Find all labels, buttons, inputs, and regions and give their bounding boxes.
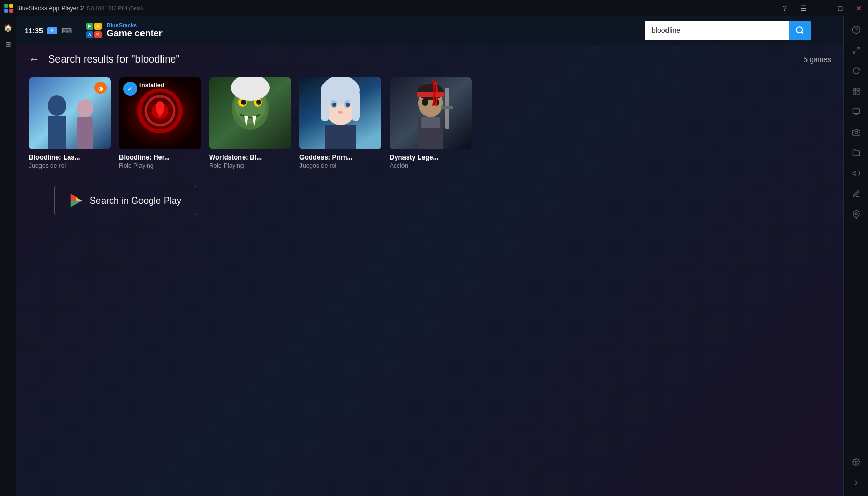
status-indicator-a: A: [47, 27, 57, 34]
svg-point-73: [855, 461, 857, 463]
toolbar: 11:35 A ⌨ ▶ ● A ✕ BlueStacks Game center: [16, 16, 843, 45]
svg-point-37: [346, 103, 350, 107]
svg-rect-32: [321, 90, 329, 121]
main-content: ← Search results for "bloodline" 5 games: [16, 45, 843, 496]
svg-rect-63: [853, 88, 856, 91]
svg-rect-0: [4, 4, 8, 8]
svg-point-24: [241, 100, 246, 105]
google-play-label: Search in Google Play: [90, 195, 181, 206]
brand-name: BlueStacks: [107, 22, 163, 28]
game-name-1: Bloodline: Las...: [29, 153, 111, 161]
app-title: Game center: [107, 28, 163, 39]
right-camera-icon[interactable]: [847, 123, 865, 142]
right-arrow-icon[interactable]: [847, 473, 865, 492]
right-building-icon[interactable]: [847, 82, 865, 101]
svg-point-25: [256, 100, 261, 105]
right-rotate-icon[interactable]: [847, 62, 865, 80]
game-thumbnail-4: [299, 77, 381, 149]
game-name-4: Goddess: Prim...: [299, 153, 381, 161]
logo-red: ✕: [94, 31, 102, 38]
search-input[interactable]: [645, 21, 789, 40]
svg-rect-65: [853, 92, 856, 94]
right-sidebar: [843, 16, 868, 496]
svg-point-7: [48, 95, 66, 116]
keyboard-icon: ⌨: [62, 27, 72, 35]
game-name-5: Dynasty Lege...: [390, 153, 472, 161]
help-button[interactable]: ?: [780, 4, 790, 12]
installed-badge: ✓: [123, 82, 137, 96]
right-folder-icon[interactable]: [847, 144, 865, 162]
sidebar-multiwindow-icon[interactable]: ⊞: [1, 37, 15, 51]
game-thumbnail-3: [209, 77, 291, 149]
svg-rect-39: [325, 125, 356, 149]
sidebar-home-icon[interactable]: 🏠: [1, 21, 15, 35]
installed-text: Installed: [139, 82, 165, 89]
time-display: 11:35: [25, 27, 43, 35]
logo-yellow: ●: [94, 23, 102, 30]
back-button[interactable]: ←: [29, 54, 40, 65]
game-name-3: Worldstone: Bl...: [209, 153, 291, 161]
maximize-button[interactable]: □: [835, 4, 845, 12]
svg-rect-33: [352, 90, 360, 121]
game-thumbnail-1: ◑: [29, 77, 111, 149]
right-edit-icon[interactable]: [847, 185, 865, 203]
results-count: 5 games: [803, 55, 831, 64]
right-settings-icon[interactable]: [847, 453, 865, 471]
svg-marker-71: [853, 171, 856, 175]
search-button[interactable]: [789, 21, 811, 40]
svg-point-9: [77, 99, 93, 117]
svg-point-44: [422, 98, 428, 106]
svg-rect-66: [857, 92, 859, 94]
titlebar-subtitle: 5.8.100.1013 P64 (Beta): [87, 6, 143, 11]
right-help-icon[interactable]: [847, 21, 865, 39]
svg-point-36: [332, 103, 336, 107]
svg-point-70: [855, 131, 857, 134]
svg-point-38: [338, 111, 343, 114]
minimize-button[interactable]: —: [817, 4, 827, 12]
right-volume-icon[interactable]: [847, 164, 865, 183]
right-building2-icon[interactable]: [847, 103, 865, 121]
bluestacks-logo: ▶ ● A ✕: [86, 23, 103, 39]
game-name-2: Bloodline: Her...: [119, 153, 201, 161]
game-card-4[interactable]: Goddess: Prim... Juegos de rol: [299, 77, 381, 169]
svg-rect-10: [77, 117, 93, 149]
game-card-1[interactable]: ◑ Bloodline: Las... Juegos de rol: [29, 77, 111, 169]
titlebar-title: BlueStacks App Player 2: [16, 5, 84, 12]
right-location-icon[interactable]: [847, 205, 865, 224]
logo-green: ▶: [86, 23, 93, 30]
svg-rect-2: [4, 9, 8, 13]
svg-line-61: [857, 47, 859, 50]
left-sidebar: 🏠 ⊞: [0, 16, 16, 496]
svg-rect-64: [857, 88, 859, 91]
game-card-5[interactable]: Dynasty Lege... Acción: [390, 77, 472, 169]
app-window: 🏠 ⊞ 11:35 A ⌨ ▶ ● A ✕ BlueStacks Game ce…: [0, 16, 868, 496]
game-genre-1: Juegos de rol: [29, 162, 111, 169]
games-grid: ◑ Bloodline: Las... Juegos de rol: [29, 77, 831, 169]
game-genre-2: Role Playing: [119, 162, 201, 169]
svg-point-72: [855, 213, 857, 215]
game-genre-4: Juegos de rol: [299, 162, 381, 169]
google-play-button[interactable]: Search in Google Play: [54, 186, 196, 215]
svg-point-4: [796, 27, 802, 33]
menu-button[interactable]: ☰: [798, 4, 809, 12]
svg-rect-1: [9, 4, 13, 8]
svg-rect-8: [48, 116, 66, 149]
brand-area: ▶ ● A ✕ BlueStacks Game center: [86, 22, 163, 39]
svg-rect-47: [421, 117, 440, 128]
svg-rect-3: [9, 9, 13, 13]
game-genre-3: Role Playing: [209, 162, 291, 169]
close-button[interactable]: ✕: [854, 4, 864, 12]
app-logo: [4, 4, 13, 13]
page-header: ← Search results for "bloodline" 5 games: [29, 53, 831, 65]
svg-line-62: [853, 51, 856, 53]
game-card-3[interactable]: Worldstone: Bl... Role Playing: [209, 77, 291, 169]
brand-text: BlueStacks Game center: [107, 22, 163, 39]
game-thumbnail-5: [390, 77, 472, 149]
toolbar-status: 11:35 A ⌨: [25, 27, 72, 35]
svg-rect-43: [417, 92, 444, 97]
right-expand-icon[interactable]: [847, 41, 865, 59]
svg-text:◑: ◑: [98, 86, 103, 91]
game-thumbnail-2: ✓ Installed: [119, 77, 201, 149]
search-area: [645, 21, 811, 40]
game-card-2[interactable]: ✓ Installed Bloodline: Her... Role Playi…: [119, 77, 201, 169]
